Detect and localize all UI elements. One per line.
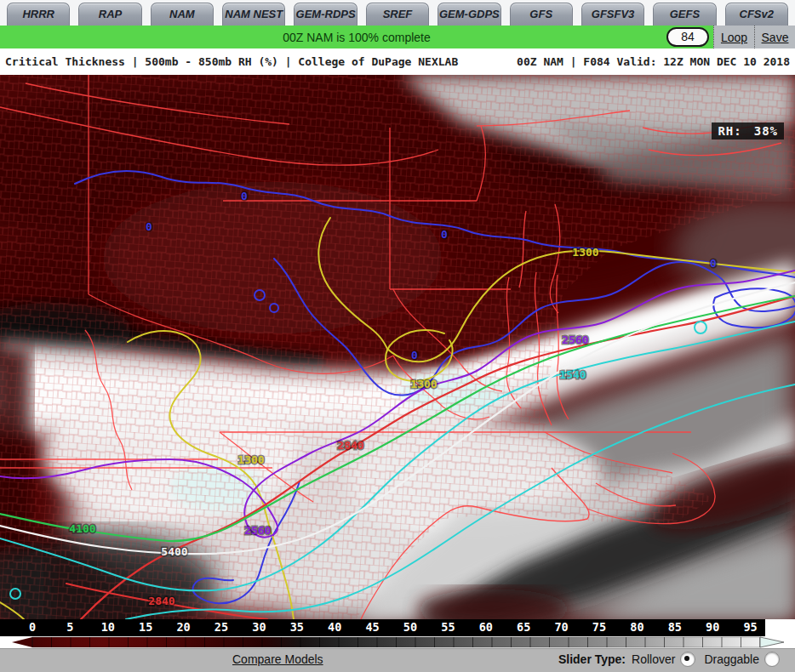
colorbar [0, 636, 795, 648]
contour-label: 0 [710, 257, 717, 270]
tab-gfs[interactable]: GFS [510, 3, 573, 26]
colorbar-tick-label: 0 [29, 620, 36, 634]
colorbar-right-arrow [760, 637, 784, 647]
tab-gefs[interactable]: GEFS [653, 3, 716, 26]
colorbar-tick-label: 40 [328, 620, 341, 634]
slider-type-control: Slider Type: RolloverDraggable [558, 652, 780, 667]
frame-input[interactable]: 84 [666, 27, 709, 47]
slider-option-label: Draggable [704, 652, 759, 666]
colorbar-tick-label: 80 [630, 620, 643, 634]
run-valid-time: 00Z NAM | F084 Valid: 12Z MON DEC 10 201… [517, 55, 790, 68]
contour-label: 1300 [572, 246, 598, 259]
colorbar-tick-label: 65 [517, 620, 530, 634]
colorbar-tick-labels: 05101520253035404550556065707580859095 [0, 619, 795, 636]
product-title: Critical Thickness | 500mb - 850mb RH (%… [5, 55, 458, 68]
rh-readout-value: 38% [754, 124, 778, 138]
contour-label: 0 [441, 228, 448, 241]
title-bar: Critical Thickness | 500mb - 850mb RH (%… [0, 48, 795, 75]
colorbar-tick-label: 55 [441, 620, 455, 634]
colorbar-tick-label: 15 [139, 620, 152, 634]
status-actions: Loop Save [713, 26, 795, 48]
colorbar-tick-label: 25 [214, 620, 228, 634]
contour-label: 5400 [161, 545, 187, 558]
rh-readout-label: RH: [718, 124, 741, 138]
tab-rap[interactable]: RAP [78, 3, 141, 26]
contour-label: 4100 [69, 522, 95, 535]
model-tabbar: HRRRRAPNAMNAM NESTGEM-RDPSSREFGEM-GDPSGF… [0, 0, 795, 26]
contour-label: 2560 [562, 333, 588, 346]
slider-option-rollover: Rollover [632, 652, 695, 667]
contour-label: 2840 [148, 595, 174, 607]
tab-gem-gdps[interactable]: GEM-GDPS [438, 3, 500, 26]
rh-readout: RH:38% [712, 122, 784, 140]
status-message: 00Z NAM is 100% complete [283, 31, 431, 44]
colorbar-tick-label: 45 [365, 620, 379, 634]
colorbar-left-arrow [12, 637, 32, 647]
colorbar-tick-label: 35 [290, 620, 304, 634]
colorbar-tick-label: 50 [403, 620, 417, 634]
colorbar-tick-label: 60 [479, 620, 493, 634]
contour-label: 2840 [337, 439, 363, 452]
slider-type-label: Slider Type: [558, 652, 626, 666]
tab-gfsfv3[interactable]: GFSFV3 [581, 3, 644, 26]
colorbar-tick-label: 90 [706, 620, 719, 634]
colorbar-tick-label: 30 [252, 620, 266, 634]
colorbar-tick-label: 75 [592, 620, 606, 634]
forecast-map[interactable]: 0000013001300130025602560284028401540410… [0, 75, 795, 619]
tab-nam[interactable]: NAM [151, 3, 214, 26]
radio-draggable[interactable] [764, 652, 780, 667]
colorbar-tick-label: 20 [176, 620, 190, 634]
contour-label: 0 [146, 220, 152, 233]
colorbar-tick-label: 95 [743, 620, 757, 634]
contour-label: 2560 [244, 524, 271, 537]
contour-label: 1540 [559, 368, 586, 381]
tab-nam-nest[interactable]: NAM NEST [222, 3, 285, 26]
save-button[interactable]: Save [754, 26, 795, 48]
status-progress-area: 00Z NAM is 100% complete 84 [0, 26, 713, 48]
tab-gem-rdps[interactable]: GEM-RDPS [294, 3, 357, 26]
slider-option-label: Rollover [632, 652, 675, 666]
contour-label: 1300 [237, 453, 264, 466]
colorbar-gradient [0, 636, 795, 648]
colorbar-tick-label: 70 [554, 620, 568, 634]
colorbar-tick-label: 85 [668, 620, 682, 634]
radio-rollover[interactable] [680, 652, 695, 667]
tab-sref[interactable]: SREF [366, 3, 429, 26]
contour-label: 1300 [410, 378, 437, 390]
colorbar-tick-label: 10 [101, 620, 115, 634]
map-canvas: 0000013001300130025602560284028401540410… [0, 75, 795, 619]
colorbar-tick-label: 5 [66, 620, 73, 634]
tab-hrrr[interactable]: HRRR [7, 3, 70, 26]
compare-models-link[interactable]: Compare Models [232, 652, 323, 666]
status-bar: 00Z NAM is 100% complete 84 Loop Save [0, 26, 795, 48]
tab-cfsv2[interactable]: CFSv2 [725, 3, 788, 26]
contour-label: 0 [411, 349, 418, 362]
bottom-toolbar: Compare Models Slider Type: RolloverDrag… [0, 648, 795, 672]
slider-option-draggable: Draggable [704, 652, 780, 667]
contour-label: 0 [241, 190, 248, 202]
loop-button[interactable]: Loop [713, 26, 754, 48]
